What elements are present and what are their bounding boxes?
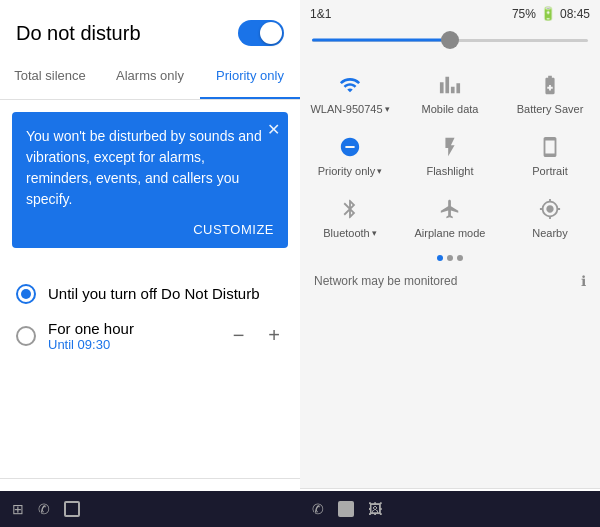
- tile-mobile-data[interactable]: Mobile data: [400, 61, 500, 123]
- dnd-toggle[interactable]: [238, 20, 284, 46]
- option-until-off-label: Until you turn off Do Not Disturb: [48, 285, 259, 302]
- priority-arrow: ▾: [377, 166, 382, 176]
- tab-total-silence[interactable]: Total silence: [0, 56, 100, 99]
- dnd-title: Do not disturb: [16, 22, 141, 45]
- wlan-arrow: ▾: [385, 104, 390, 114]
- hour-decrease-button[interactable]: −: [229, 320, 249, 351]
- bluetooth-icon: [336, 195, 364, 223]
- options-section: Until you turn off Do Not Disturb For on…: [0, 260, 300, 368]
- minus-circle-icon: [336, 133, 364, 161]
- taskbar-square-left[interactable]: [64, 501, 80, 517]
- battery-icon: 🔋: [540, 6, 556, 21]
- taskbar-icon-r1[interactable]: ✆: [312, 501, 324, 517]
- brightness-row[interactable]: [300, 25, 600, 57]
- portrait-icon: [536, 133, 564, 161]
- right-panel: 1&1 75% 🔋 08:45 WLAN-950745 ▾: [300, 0, 600, 527]
- info-box-text: You won't be disturbed by sounds and vib…: [26, 126, 274, 210]
- customize-button[interactable]: CUSTOMIZE: [26, 220, 274, 238]
- option-until-off[interactable]: Until you turn off Do Not Disturb: [16, 276, 284, 312]
- flashlight-icon: [436, 133, 464, 161]
- option-one-hour[interactable]: For one hour Until 09:30 − +: [16, 312, 284, 360]
- info-box-close[interactable]: ✕: [267, 120, 280, 139]
- nearby-label: Nearby: [532, 227, 567, 239]
- taskbar-apps-icon[interactable]: ⊞: [12, 501, 24, 517]
- mobile-data-label: Mobile data: [422, 103, 479, 115]
- mode-tabs: Total silence Alarms only Priority only: [0, 56, 300, 100]
- flashlight-label: Flashlight: [426, 165, 473, 177]
- option-one-hour-label: For one hour: [48, 320, 229, 337]
- airplane-label: Airplane mode: [415, 227, 486, 239]
- taskbar-right: ✆ 🖼: [300, 501, 600, 517]
- hour-controls: − +: [229, 320, 284, 351]
- dot-1: [437, 255, 443, 261]
- tile-airplane[interactable]: Airplane mode: [400, 185, 500, 247]
- battery-text: 75%: [512, 7, 536, 21]
- radio-one-hour[interactable]: [16, 326, 36, 346]
- tile-battery-saver[interactable]: Battery Saver: [500, 61, 600, 123]
- tile-wlan[interactable]: WLAN-950745 ▾: [300, 61, 400, 123]
- tile-portrait[interactable]: Portrait: [500, 123, 600, 185]
- portrait-label: Portrait: [532, 165, 567, 177]
- dot-2: [447, 255, 453, 261]
- carrier-text: 1&1: [310, 7, 331, 21]
- airplane-icon: [436, 195, 464, 223]
- priority-only-label: Priority only ▾: [318, 165, 382, 177]
- taskbar-phone-icon[interactable]: ✆: [38, 501, 50, 517]
- hour-increase-button[interactable]: +: [264, 320, 284, 351]
- battery-saver-label: Battery Saver: [517, 103, 584, 115]
- tile-priority-only[interactable]: Priority only ▾: [300, 123, 400, 185]
- left-panel: Do not disturb Total silence Alarms only…: [0, 0, 300, 527]
- wifi-icon: [336, 71, 364, 99]
- option-one-hour-wrap: For one hour Until 09:30: [48, 320, 229, 352]
- radio-until-off[interactable]: [16, 284, 36, 304]
- brightness-slider[interactable]: [312, 31, 588, 49]
- battery-plus-icon: [536, 71, 564, 99]
- dnd-header: Do not disturb: [0, 0, 300, 56]
- dot-3: [457, 255, 463, 261]
- quick-tiles: WLAN-950745 ▾ Mobile data Battery Saver: [300, 57, 600, 251]
- brightness-knob[interactable]: [441, 31, 459, 49]
- network-notice-text: Network may be monitored: [314, 274, 457, 288]
- option-one-hour-sub: Until 09:30: [48, 337, 229, 352]
- dots-row: [300, 251, 600, 265]
- bluetooth-label: Bluetooth ▾: [323, 227, 376, 239]
- info-icon: ℹ: [581, 273, 586, 289]
- tile-bluetooth[interactable]: Bluetooth ▾: [300, 185, 400, 247]
- nearby-icon: [536, 195, 564, 223]
- status-right: 75% 🔋 08:45: [512, 6, 590, 21]
- radio-inner-until-off: [21, 289, 31, 299]
- brightness-fill: [312, 39, 450, 42]
- taskbar-left: ⊞ ✆: [0, 501, 300, 517]
- tab-alarms-only[interactable]: Alarms only: [100, 56, 200, 99]
- status-bar: 1&1 75% 🔋 08:45: [300, 0, 600, 25]
- taskbar-square-right[interactable]: [338, 501, 354, 517]
- tab-priority-only[interactable]: Priority only: [200, 56, 300, 99]
- info-box: ✕ You won't be disturbed by sounds and v…: [12, 112, 288, 248]
- taskbar: ⊞ ✆ ✆ 🖼: [0, 491, 600, 527]
- taskbar-photo-icon[interactable]: 🖼: [368, 501, 382, 517]
- wlan-label: WLAN-950745 ▾: [310, 103, 389, 115]
- bluetooth-arrow: ▾: [372, 228, 377, 238]
- time-text: 08:45: [560, 7, 590, 21]
- tile-nearby[interactable]: Nearby: [500, 185, 600, 247]
- network-notice: Network may be monitored ℹ: [300, 265, 600, 297]
- tile-flashlight[interactable]: Flashlight: [400, 123, 500, 185]
- signal-icon: [436, 71, 464, 99]
